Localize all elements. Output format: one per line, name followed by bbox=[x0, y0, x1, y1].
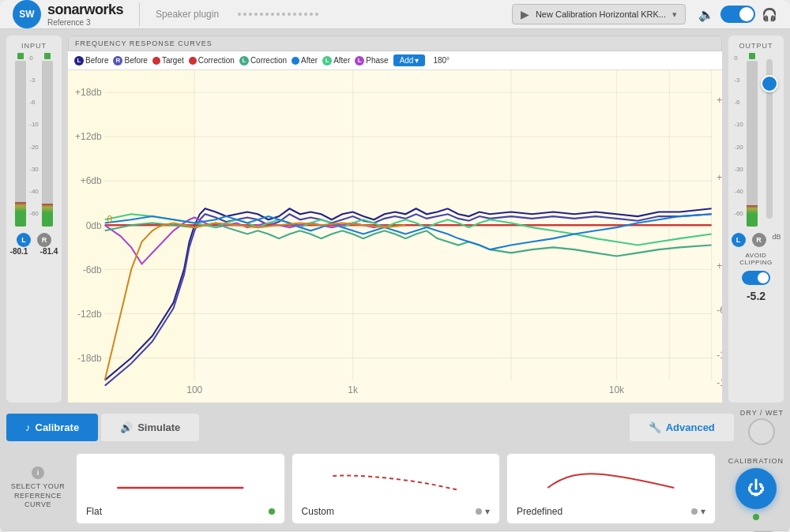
chevron-down-icon: ▾ bbox=[672, 9, 677, 20]
dry-wet-label: DRY / WET bbox=[740, 409, 784, 417]
correction-dot bbox=[189, 57, 197, 65]
scale-0: 0 bbox=[29, 54, 39, 62]
toggle-knob bbox=[739, 7, 754, 21]
output-slider[interactable] bbox=[761, 53, 778, 219]
before-r-dot: R bbox=[113, 56, 122, 66]
audio-toggle[interactable] bbox=[720, 6, 755, 23]
custom-dropdown-icon[interactable]: ▾ bbox=[485, 506, 490, 517]
out-r-badge: R bbox=[752, 233, 766, 247]
predefined-dropdown-icon[interactable]: ▾ bbox=[701, 506, 705, 517]
scale-minus40: -40 bbox=[29, 188, 39, 195]
dot-1 bbox=[238, 13, 241, 16]
svg-text:+60°: +60° bbox=[717, 260, 722, 272]
svg-text:+6db: +6db bbox=[81, 175, 102, 186]
svg-text:10k: 10k bbox=[609, 384, 625, 395]
flat-curve-card[interactable]: Flat bbox=[76, 453, 285, 524]
add-label: Add bbox=[400, 56, 414, 65]
headphone-icon: 🎧 bbox=[762, 7, 777, 22]
input-r-fill bbox=[42, 204, 53, 227]
main-area: INPUT 0 -3 -6 -10 -20 -30 -40 bbox=[0, 29, 790, 409]
legend-correction-dot[interactable]: Correction bbox=[189, 56, 235, 65]
legend-before-l[interactable]: L Before bbox=[74, 56, 108, 66]
scale-minus30: -30 bbox=[29, 166, 39, 173]
advanced-button[interactable]: 🔧 Advanced bbox=[630, 414, 734, 441]
input-l-bar bbox=[15, 61, 26, 227]
advanced-label: Advanced bbox=[666, 421, 715, 433]
slider-thumb[interactable] bbox=[761, 75, 778, 92]
custom-inactive-dot bbox=[476, 508, 482, 515]
scale-minus60: -60 bbox=[29, 210, 39, 217]
correction-text-plain: Correction bbox=[198, 56, 235, 65]
custom-curve-card[interactable]: Custom ▾ bbox=[292, 453, 501, 524]
calibration-selector[interactable]: ▶ New Calibration Horizontal KRK... ▾ bbox=[512, 4, 686, 24]
correction-l-dot: L bbox=[239, 56, 249, 66]
info-icon[interactable]: i bbox=[32, 466, 44, 479]
output-l-fill bbox=[747, 205, 758, 227]
avoid-clipping-toggle[interactable] bbox=[742, 271, 770, 285]
graph-area: FREQUENCY RESPONSE CURVES L Before R Bef… bbox=[68, 36, 722, 403]
power-icon: ⏻ bbox=[747, 478, 765, 499]
dots bbox=[238, 13, 318, 16]
dry-wet-section: DRY / WET bbox=[740, 409, 784, 447]
svg-text:-18db: -18db bbox=[77, 352, 102, 363]
dot-9 bbox=[282, 13, 285, 16]
legend-after-l[interactable]: L After bbox=[322, 56, 350, 66]
out-scale-minus60: -60 bbox=[734, 210, 743, 217]
dry-wet-knob[interactable] bbox=[748, 418, 775, 445]
dot-7 bbox=[271, 13, 274, 16]
input-l-value: -80.1 bbox=[7, 247, 31, 256]
simulate-label: Simulate bbox=[137, 421, 180, 433]
after-l-text: After bbox=[333, 56, 350, 65]
select-label-text: SELECT YOUR REFERENCE CURVE bbox=[6, 482, 70, 510]
out-scale-minus40: -40 bbox=[734, 188, 743, 195]
before-r-text: Before bbox=[124, 56, 147, 65]
app-container: SW sonarworks Reference 3 Speaker plugin bbox=[0, 0, 790, 532]
output-meter: OUTPUT 0 -3 -6 -10 -20 -30 -40 -60 bbox=[728, 36, 784, 403]
output-label: OUTPUT bbox=[739, 42, 773, 50]
after-text: After bbox=[301, 56, 318, 65]
svg-text:+120°: +120° bbox=[717, 172, 722, 183]
input-r-bar bbox=[42, 61, 53, 227]
predefined-curve-card[interactable]: Predefined ▾ bbox=[506, 453, 716, 524]
header-divider bbox=[139, 2, 140, 26]
chart-container: +18db +12db +6db 0db -6db -12db -18db 10… bbox=[68, 70, 722, 403]
calibration-active-dot bbox=[753, 514, 759, 520]
legend-target[interactable]: Target bbox=[152, 56, 184, 65]
out-scale-minus6: -6 bbox=[734, 99, 743, 106]
input-l-led bbox=[17, 53, 24, 59]
predefined-curve-name: Predefined bbox=[517, 506, 562, 517]
dot-5 bbox=[260, 13, 263, 16]
dot-12 bbox=[299, 13, 302, 16]
legend-phase-l[interactable]: L Phase bbox=[355, 56, 388, 66]
simulate-tab[interactable]: 🔊 Simulate bbox=[101, 414, 199, 441]
output-value: -5.2 bbox=[747, 290, 766, 302]
svg-text:-12db: -12db bbox=[77, 308, 102, 319]
curve-legend: L Before R Before Target Correction L bbox=[68, 51, 722, 70]
after-dot bbox=[292, 57, 299, 65]
add-button[interactable]: Add ▾ bbox=[393, 54, 426, 66]
chevron-down-icon: ▾ bbox=[415, 56, 419, 65]
calibration-label: CALIBRATION bbox=[728, 457, 784, 465]
dots-area bbox=[231, 13, 499, 16]
out-scale-minus3: -3 bbox=[734, 77, 743, 84]
calibration-power-button[interactable]: ⏻ bbox=[735, 468, 777, 509]
r-badge: R bbox=[37, 233, 51, 247]
custom-curve-svg bbox=[302, 460, 491, 500]
output-l-led bbox=[749, 53, 755, 59]
dot-14 bbox=[310, 13, 313, 16]
dot-3 bbox=[249, 13, 252, 16]
svg-text:-180°: -180° bbox=[717, 377, 722, 388]
legend-before-r[interactable]: R Before bbox=[113, 56, 147, 66]
legend-after-plain[interactable]: After bbox=[292, 56, 318, 65]
dot-11 bbox=[293, 13, 296, 16]
svg-text:0db: 0db bbox=[86, 219, 102, 230]
predefined-inactive-dot bbox=[691, 508, 698, 515]
custom-card-footer: Custom ▾ bbox=[302, 506, 491, 517]
select-label-area: i SELECT YOUR REFERENCE CURVE bbox=[6, 453, 70, 524]
legend-correction-l[interactable]: L Correction bbox=[239, 56, 287, 66]
header-controls: 🔈 🎧 bbox=[698, 6, 777, 23]
l-badge: L bbox=[17, 233, 31, 247]
header: SW sonarworks Reference 3 Speaker plugin bbox=[0, 0, 790, 29]
calibrate-tab[interactable]: ♪ Calibrate bbox=[6, 414, 98, 441]
speaker-sim-icon: 🔊 bbox=[120, 421, 133, 433]
